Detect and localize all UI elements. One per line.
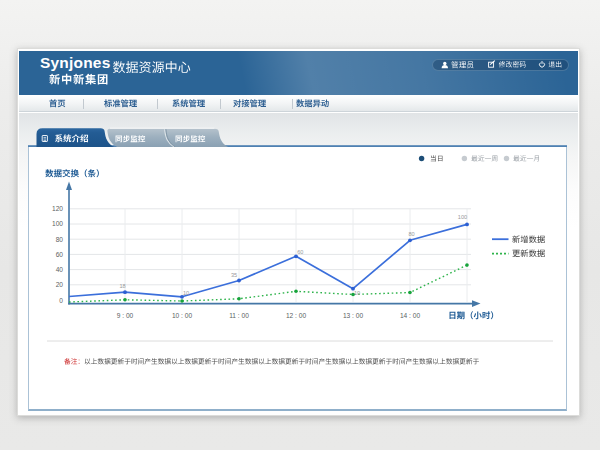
- svg-text:80: 80: [56, 236, 64, 243]
- svg-text:20: 20: [56, 281, 64, 288]
- svg-text:60: 60: [297, 249, 303, 255]
- svg-text:18: 18: [119, 283, 125, 289]
- svg-text:120: 120: [52, 205, 63, 212]
- svg-text:10: 10: [354, 290, 360, 296]
- svg-text:10: 10: [183, 290, 189, 296]
- svg-text:100: 100: [458, 214, 467, 220]
- svg-text:9 : 00: 9 : 00: [117, 312, 134, 319]
- svg-text:35: 35: [231, 272, 237, 278]
- svg-text:12 : 00: 12 : 00: [286, 312, 306, 319]
- svg-text:10 : 00: 10 : 00: [172, 312, 192, 319]
- svg-text:14 : 00: 14 : 00: [400, 312, 420, 319]
- svg-text:11 : 00: 11 : 00: [229, 312, 249, 319]
- svg-text:40: 40: [56, 266, 64, 273]
- svg-text:0: 0: [59, 297, 63, 304]
- svg-text:100: 100: [52, 220, 63, 227]
- svg-text:80: 80: [408, 231, 414, 237]
- svg-text:60: 60: [56, 251, 64, 258]
- svg-text:13 : 00: 13 : 00: [343, 312, 363, 319]
